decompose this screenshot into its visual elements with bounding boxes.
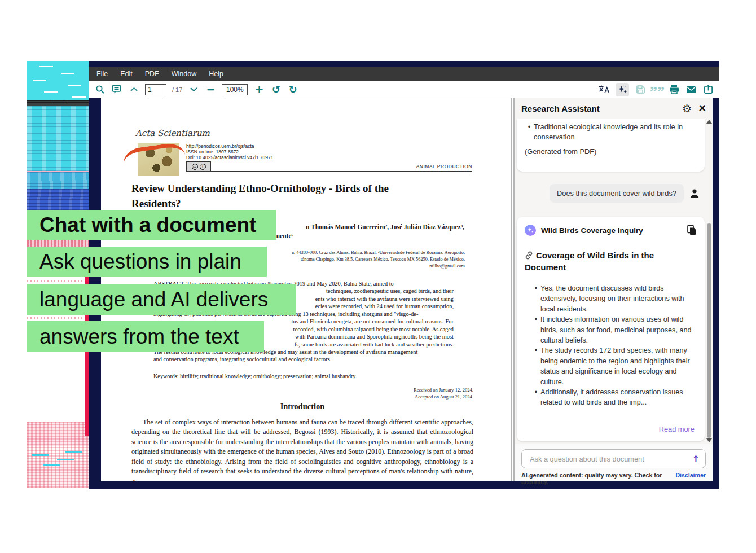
assistant-title: Research Assistant [521,104,600,113]
overlay-subline-1: Ask questions in plain [27,247,267,277]
menu-window[interactable]: Window [172,70,196,78]
paper-dates: Received on January 12, 2024. Accepted o… [270,387,473,400]
link-icon [525,251,533,260]
ask-question-input[interactable] [529,454,692,464]
assistant-header: Research Assistant ⚙ × [515,98,713,118]
ai-disclaimer-note: AI-generated content: quality may vary. … [521,472,675,485]
menu-file[interactable]: File [96,70,108,78]
close-icon[interactable]: × [698,102,706,115]
zoom-in-icon[interactable]: + [253,84,265,95]
bullet-dot: • [531,314,540,345]
paper-keywords: Keywords: birdlife; traditional knowledg… [153,373,454,379]
answer-bullet: •Yes, the document discusses wild birds … [531,283,696,314]
answer-bullet-text: Additionally, it addresses conservation … [540,387,696,408]
cc-by-icon: i [200,164,206,170]
user-question-bubble: Does this document cover wild birds? [550,184,684,203]
answer-bullet-text: It includes information on various uses … [540,314,696,345]
ai-footer: AI-generated content: quality may vary. … [521,472,706,485]
glitch-speck-line [27,317,86,319]
page-up-icon[interactable] [128,84,139,95]
header-rule [186,171,472,172]
received-date: Received on January 12, 2024. [270,387,473,394]
generated-note: (Generated from PDF) [525,147,697,156]
paper-title-line1: Review Understanding Ethno-Ornithology -… [131,181,459,196]
comment-icon[interactable] [111,84,122,95]
export-icon[interactable] [702,84,714,95]
send-arrow-icon[interactable]: ↑ [692,454,700,464]
overlay-headline: Chat with a document [27,210,276,240]
menu-edit[interactable]: Edit [120,70,133,78]
answer-bullets: •Yes, the document discusses wild birds … [525,283,697,408]
page-number-input[interactable] [145,84,166,95]
zoom-out-icon[interactable]: − [205,84,216,95]
scrollbar-thumb[interactable] [707,223,711,438]
toolbar: / 17 − + ↺ ↻ ”” [89,81,719,98]
print-icon[interactable] [669,84,680,95]
summary-bullet-text: Traditional ecological knowledge and its… [534,122,697,142]
menu-pdf[interactable]: PDF [145,70,159,78]
save-icon[interactable] [635,84,646,95]
undo-rotate-icon[interactable]: ↺ [270,84,282,95]
answer-bullet: •It includes information on various uses… [531,314,696,345]
glitch-cyan-band [27,61,89,100]
introduction-paragraph: The set of complex ways of interaction b… [131,418,473,481]
journal-logo-text: Acta Scientiarum [135,128,210,138]
glitch-white-band [27,247,89,491]
summary-card: • Traditional ecological knowledge and i… [517,118,705,172]
email-icon[interactable] [685,84,697,95]
journal-header-lines: http://periodicos.uem.br/ojs/acta ISSN o… [186,143,274,160]
paper-title: Review Understanding Ethno-Ornithology -… [131,181,459,211]
cc-license-badge: cc i [186,161,211,172]
translate-icon[interactable] [599,84,610,95]
ai-sparkles-icon[interactable] [616,83,629,96]
page-total-label: / 17 [172,86,182,93]
journal-issn: ISSN on-line: 1807-8672 [186,149,274,155]
copy-icon[interactable] [687,225,697,236]
ai-sparkle-avatar-icon [525,225,536,236]
scroll-up-arrow-icon[interactable] [706,120,712,124]
glitch-pink-edge-band [27,171,89,189]
journal-section-label: ANIMAL PRODUCTION [303,164,472,169]
read-more-link[interactable]: Read more [659,425,695,433]
paper-title-line2: Residents? [131,196,459,211]
zoom-level-input[interactable] [222,84,248,95]
accepted-date: Accepted on August 21, 2024. [270,394,473,401]
bullet-dot: • [525,122,534,142]
bullet-dot: • [531,387,540,408]
scroll-down-arrow-icon[interactable] [706,438,712,442]
disclaimer-link[interactable]: Disclaimer [675,472,706,485]
pdf-scrollbar[interactable] [511,98,515,481]
journal-url: http://periodicos.uem.br/ojs/acta [186,143,274,149]
glitch-dark-band [27,100,89,106]
glitch-pink-band [27,240,89,247]
answer-heading: Coverage of Wild Birds in the Document [525,249,673,273]
menu-bar: File Edit PDF Window Help [89,67,719,81]
research-assistant-panel: Research Assistant ⚙ × • Traditional eco… [515,98,713,481]
settings-gear-icon[interactable]: ⚙ [682,103,692,114]
answer-heading-text: Coverage of Wild Birds in the Document [525,251,654,272]
chat-scroll-area: • Traditional ecological knowledge and i… [515,118,713,444]
answer-bullet: •Additionally, it addresses conservation… [531,387,696,408]
answer-bullet-text: Yes, the document discusses wild birds e… [540,283,696,314]
answer-bullet: •The study records 172 bird species, wit… [531,345,696,387]
page-down-icon[interactable] [188,84,199,95]
redo-rotate-icon[interactable]: ↻ [287,84,298,95]
journal-doi: Doi: 10.4025/actascianimsci.v47i1.70971 [186,155,274,160]
ask-input-section: ↑ AI-generated content: quality may vary… [515,444,713,481]
overlay-subline-2: language and AI delivers [27,284,296,315]
glitch-cyan-dashes [32,454,49,456]
chat-scrollbar[interactable] [706,118,712,444]
glitch-white-dashes [39,66,53,67]
summary-bullet: • Traditional ecological knowledge and i… [525,122,697,142]
quote-icon[interactable]: ”” [652,81,663,98]
abstract-line: and conservation programs, integrating s… [153,356,454,363]
overlay-subline-3: answers from the text [27,321,264,352]
search-icon[interactable] [94,84,106,95]
answer-bullet-text: The study records 172 bird species, with… [540,345,696,387]
introduction-heading: Introduction [131,402,473,411]
ai-card-header: Wild Birds Coverage Inquiry [525,225,697,236]
menu-help[interactable]: Help [209,70,223,78]
cc-icon: cc [192,164,198,170]
user-message-row: Does this document cover wild birds? [515,184,713,203]
bullet-dot: • [531,345,540,387]
